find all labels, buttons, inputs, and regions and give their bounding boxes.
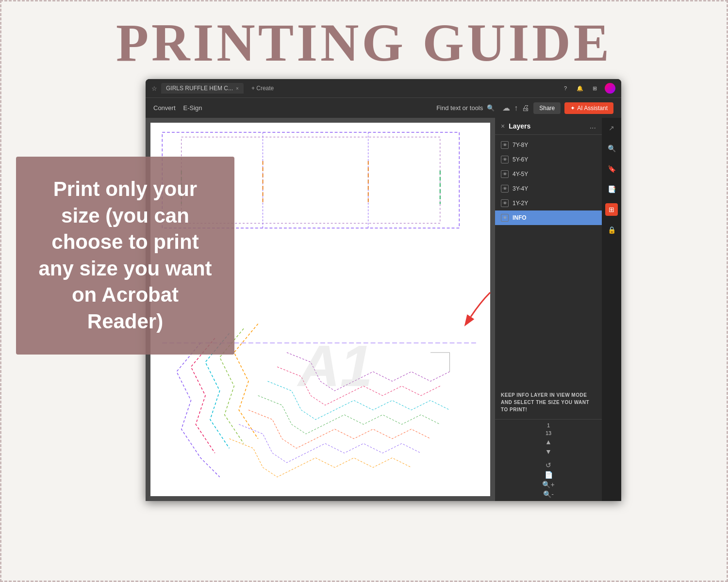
layer-eye-icon-5[interactable]: 👁 bbox=[501, 199, 509, 207]
layer-eye-icon-2[interactable]: 👁 bbox=[501, 156, 509, 163]
layers-more-icon[interactable]: ... bbox=[590, 122, 596, 130]
layers-header: × Layers ... bbox=[495, 118, 602, 135]
esign-link[interactable]: E-Sign bbox=[183, 104, 202, 112]
user-avatar[interactable] bbox=[605, 83, 615, 94]
right-sidebar: ↗ 🔍 🔖 📑 ⊞ 🔒 bbox=[602, 118, 621, 501]
convert-link[interactable]: Convert bbox=[153, 104, 176, 112]
sidebar-page-icon[interactable]: 📑 bbox=[605, 183, 618, 195]
sidebar-layers-icon[interactable]: ⊞ bbox=[605, 203, 618, 216]
share-button[interactable]: Share bbox=[533, 102, 561, 114]
ai-label: AI Assistant bbox=[577, 105, 608, 112]
toolbar-search: Find text or tools 🔍 bbox=[436, 104, 495, 112]
upload-icon[interactable]: ↑ bbox=[514, 104, 518, 113]
sidebar-export-icon[interactable]: ↗ bbox=[605, 122, 618, 134]
layer-name-5y6y: 5Y-6Y bbox=[513, 156, 528, 163]
layers-panel-title: Layers bbox=[509, 122, 585, 130]
layer-item-1y2y[interactable]: 👁 1Y-2Y bbox=[495, 196, 602, 210]
toolbar: Convert E-Sign Find text or tools 🔍 ☁ ↑ … bbox=[146, 97, 621, 118]
total-pages: 13 bbox=[546, 430, 551, 436]
layer-item-info[interactable]: 👁 INFO bbox=[495, 210, 602, 225]
new-tab-button[interactable]: + Create bbox=[248, 83, 278, 94]
page-down-icon[interactable]: ▼ bbox=[545, 448, 552, 455]
layer-item-3y4y[interactable]: 👁 3Y-4Y bbox=[495, 181, 602, 196]
page-nav: 1 13 ▲ ▼ ↺ 📄 🔍+ 🔍- bbox=[495, 419, 602, 501]
ai-assistant-button[interactable]: ✦ AI Assistant bbox=[564, 102, 613, 114]
toolbar-actions: ☁ ↑ 🖨 Share ✦ AI Assistant bbox=[502, 102, 613, 114]
titlebar-icons: ? 🔔 ⊞ bbox=[561, 83, 615, 94]
layers-panel: × Layers ... 👁 7Y-8Y 👁 5Y-6Y bbox=[495, 118, 602, 501]
overlay-text: Print only your size (you can choose to … bbox=[35, 176, 215, 335]
right-area: × Layers ... 👁 7Y-8Y 👁 5Y-6Y bbox=[495, 118, 621, 501]
layers-close-icon[interactable]: × bbox=[501, 122, 505, 130]
doc-icon[interactable]: 📄 bbox=[545, 471, 553, 479]
layer-item-5y6y[interactable]: 👁 5Y-6Y bbox=[495, 152, 602, 167]
sidebar-search-icon[interactable]: 🔍 bbox=[605, 142, 618, 155]
zoom-out-icon[interactable]: 🔍- bbox=[543, 490, 554, 498]
layer-name-4y5y: 4Y-5Y bbox=[513, 171, 528, 178]
search-icon[interactable]: 🔍 bbox=[487, 104, 495, 112]
titlebar: ☆ GIRLS RUFFLE HEM C... × + Create ? 🔔 ⊞ bbox=[146, 79, 621, 97]
grid-icon[interactable]: ⊞ bbox=[590, 84, 599, 93]
page-title-section: PRINTING GUIDE bbox=[1, 1, 727, 79]
layers-list: 👁 7Y-8Y 👁 5Y-6Y 👁 4Y-5Y 👁 bbox=[495, 135, 602, 353]
layer-eye-icon[interactable]: 👁 bbox=[501, 141, 509, 149]
sidebar-lock-icon[interactable]: 🔒 bbox=[605, 224, 618, 236]
page-up-icon[interactable]: ▲ bbox=[545, 438, 552, 446]
main-content: Print only your size (you can choose to … bbox=[1, 79, 727, 501]
zoom-in-icon[interactable]: 🔍+ bbox=[542, 481, 554, 488]
layer-name-1y2y: 1Y-2Y bbox=[513, 200, 528, 207]
tab-star-icon: ☆ bbox=[151, 85, 157, 92]
tab-close-icon[interactable]: × bbox=[236, 86, 239, 91]
tab-label: GIRLS RUFFLE HEM C... bbox=[166, 85, 233, 92]
search-label: Find text or tools bbox=[436, 104, 483, 112]
tab-item[interactable]: GIRLS RUFFLE HEM C... × bbox=[161, 83, 244, 94]
current-page: 1 bbox=[547, 422, 550, 428]
layer-eye-icon-4[interactable]: 👁 bbox=[501, 185, 509, 193]
page-title: PRINTING GUIDE bbox=[1, 16, 727, 69]
help-icon[interactable]: ? bbox=[561, 84, 570, 93]
print-icon[interactable]: 🖨 bbox=[522, 104, 529, 113]
arrow-annotation bbox=[456, 288, 495, 326]
layer-eye-icon-6[interactable]: 👁 bbox=[501, 214, 509, 222]
ai-icon: ✦ bbox=[570, 105, 575, 112]
refresh-icon[interactable]: ↺ bbox=[546, 461, 551, 469]
overlay-box: Print only your size (you can choose to … bbox=[16, 157, 234, 355]
layer-item-7y8y[interactable]: 👁 7Y-8Y bbox=[495, 138, 602, 152]
bell-icon[interactable]: 🔔 bbox=[576, 84, 584, 93]
layer-item-4y5y[interactable]: 👁 4Y-5Y bbox=[495, 167, 602, 181]
annotation-text: KEEP INFO LAYER IN VIEW MODE AND SELECT … bbox=[495, 353, 602, 419]
layer-eye-icon-3[interactable]: 👁 bbox=[501, 170, 509, 178]
sidebar-bookmark-icon[interactable]: 🔖 bbox=[605, 162, 618, 175]
cloud-icon[interactable]: ☁ bbox=[502, 103, 510, 113]
layer-name-7y8y: 7Y-8Y bbox=[513, 142, 528, 148]
layer-name-3y4y: 3Y-4Y bbox=[513, 185, 528, 192]
layer-name-info: INFO bbox=[513, 214, 527, 221]
